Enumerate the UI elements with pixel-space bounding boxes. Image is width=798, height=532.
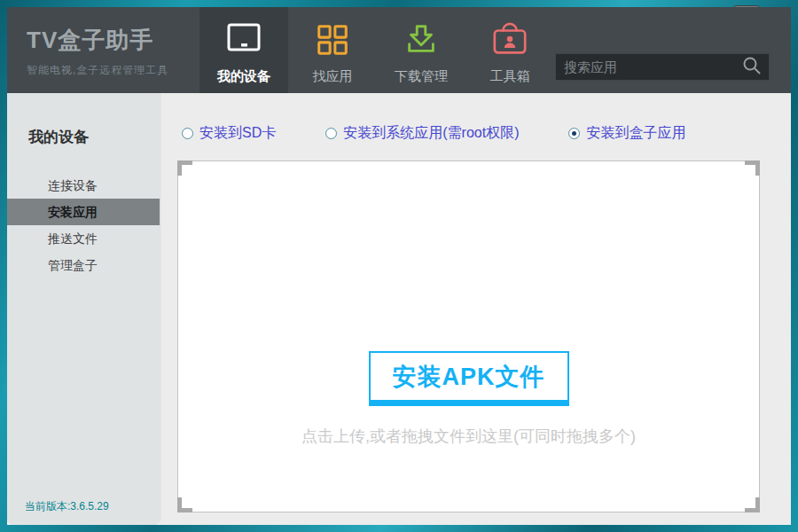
dropzone-hint: 点击上传,或者拖拽文件到这里(可同时拖拽多个): [178, 426, 759, 447]
radio-label: 安装到系统应用(需root权限): [343, 124, 519, 143]
search-input[interactable]: [564, 59, 742, 74]
download-icon: [403, 21, 440, 62]
radio-icon: [325, 128, 337, 139]
radio-label: 安装到盒子应用: [586, 124, 685, 143]
nav-tab-toolbox[interactable]: 工具箱: [466, 7, 554, 93]
nav-tab-download-manager[interactable]: 下载管理: [377, 7, 466, 93]
nav-label: 工具箱: [490, 68, 530, 85]
radio-install-sdcard[interactable]: 安装到SD卡: [182, 124, 276, 143]
version-label: 当前版本:3.6.5.29: [25, 499, 109, 514]
radio-label: 安装到SD卡: [200, 124, 276, 143]
sidebar-menu: 连接设备 安装应用 推送文件 管理盒子: [7, 172, 160, 278]
main-nav: 我的设备 找应用: [200, 7, 554, 93]
body-row: 我的设备 连接设备 安装应用 推送文件 管理盒子 当前版本:3.6.5.29 安…: [7, 93, 791, 525]
toolbox-icon: [491, 21, 528, 62]
content-panel: 安装到SD卡 安装到系统应用(需root权限) 安装到盒子应用 安装APK文件 …: [160, 93, 791, 525]
sidebar: 我的设备 连接设备 安装应用 推送文件 管理盒子 当前版本:3.6.5.29: [7, 93, 160, 525]
search-box[interactable]: [555, 53, 770, 81]
corner-mark: [177, 497, 192, 512]
app-title: TV盒子助手: [27, 25, 200, 56]
header: TV盒子助手 智能电视,盒子远程管理工具 我的设备: [7, 7, 791, 93]
corner-mark: [177, 160, 192, 176]
corner-mark: [745, 160, 760, 176]
monitor-icon: [224, 20, 263, 62]
nav-label: 找应用: [313, 68, 353, 85]
app-logo: TV盒子助手 智能电视,盒子远程管理工具: [7, 7, 200, 93]
apk-dropzone[interactable]: 安装APK文件 点击上传,或者拖拽文件到这里(可同时拖拽多个): [177, 160, 760, 512]
sidebar-item-manage-box[interactable]: 管理盒子: [7, 252, 160, 278]
app-window: { "window": { "screenshot_label": "截图" }…: [0, 0, 798, 532]
nav-label: 我的设备: [217, 68, 270, 85]
app-grid-icon: [314, 21, 351, 62]
install-apk-button[interactable]: 安装APK文件: [368, 351, 568, 406]
radio-icon: [568, 128, 580, 139]
search-icon[interactable]: [742, 56, 762, 79]
radio-install-system-app[interactable]: 安装到系统应用(需root权限): [325, 124, 519, 143]
main-window: TV盒子助手 智能电视,盒子远程管理工具 我的设备: [7, 7, 791, 525]
install-target-options: 安装到SD卡 安装到系统应用(需root权限) 安装到盒子应用: [182, 124, 791, 143]
app-subtitle: 智能电视,盒子远程管理工具: [27, 63, 200, 78]
nav-label: 下载管理: [395, 68, 448, 85]
sidebar-item-connect-device[interactable]: 连接设备: [7, 172, 160, 199]
sidebar-item-install-app[interactable]: 安装应用: [7, 199, 160, 225]
radio-icon: [182, 128, 193, 139]
sidebar-title: 我的设备: [28, 127, 160, 147]
sidebar-item-push-file[interactable]: 推送文件: [7, 225, 160, 252]
corner-mark: [745, 497, 760, 512]
radio-install-box-app[interactable]: 安装到盒子应用: [568, 124, 685, 143]
nav-tab-find-apps[interactable]: 找应用: [288, 7, 377, 93]
nav-tab-my-devices[interactable]: 我的设备: [200, 7, 288, 93]
